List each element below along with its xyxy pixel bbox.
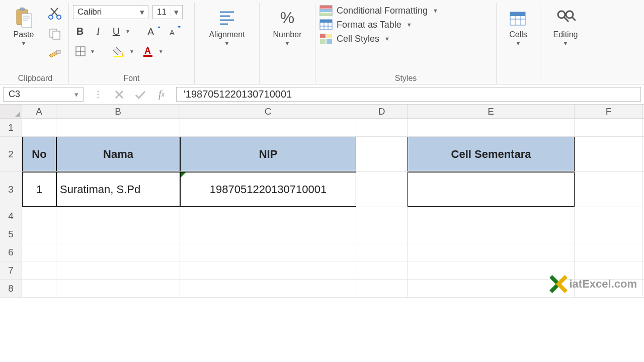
row-header-5[interactable]: 5 (0, 225, 22, 243)
borders-button[interactable]: ▼ (73, 43, 97, 59)
cell-C8[interactable] (180, 280, 356, 297)
cell-B6[interactable] (56, 243, 180, 261)
number-button[interactable]: % Number ▼ (264, 5, 311, 46)
row-header-1[interactable]: 1 (0, 119, 22, 136)
dropdown-icon[interactable]: ▾ (70, 90, 83, 99)
cell-A8[interactable] (22, 280, 56, 297)
cell-F3[interactable] (575, 172, 643, 207)
underline-button[interactable]: U ▼ (109, 23, 132, 39)
cell-E1[interactable] (408, 119, 575, 136)
dropdown-icon[interactable]: ▼ (407, 22, 412, 28)
dropdown-icon[interactable]: ▼ (88, 49, 97, 54)
increase-font-button[interactable]: A (144, 23, 163, 39)
dropdown-icon[interactable]: ▼ (123, 29, 132, 34)
insert-function-button[interactable]: fx (154, 87, 169, 102)
cell-E5[interactable] (408, 225, 575, 243)
cell-A5[interactable] (22, 225, 56, 243)
select-all-button[interactable] (0, 105, 22, 118)
cell-C3[interactable]: 198705122013071­0001 (180, 172, 356, 207)
cell-E2[interactable]: Cell Sementara (408, 137, 575, 171)
dropdown-icon[interactable]: ▼ (21, 40, 27, 46)
conditional-formatting-button[interactable]: Conditional Formatting ▼ (319, 5, 438, 16)
cell-D2[interactable] (356, 137, 408, 171)
cancel-button[interactable] (112, 87, 127, 102)
dropdown-icon[interactable]: ▼ (433, 8, 438, 14)
row-header-3[interactable]: 3 (0, 172, 22, 207)
font-name-combo[interactable]: Calibri ▾ (73, 5, 148, 19)
cell-A2[interactable]: No (22, 137, 56, 171)
cell-B7[interactable] (56, 261, 180, 279)
decrease-font-button[interactable]: A (167, 23, 184, 39)
row-header-4[interactable]: 4 (0, 207, 22, 225)
cell-B8[interactable] (56, 280, 180, 297)
row-header-8[interactable]: 8 (0, 280, 22, 297)
dropdown-icon[interactable]: ▼ (224, 40, 230, 46)
cut-button[interactable] (45, 5, 64, 21)
cells-button[interactable]: Cells ▼ (501, 5, 536, 46)
cell-E6[interactable] (408, 243, 575, 261)
cell-D4[interactable] (356, 207, 408, 225)
col-header-C[interactable]: C (180, 105, 356, 118)
alignment-button[interactable]: Alignment ▼ (199, 5, 255, 46)
cell-D1[interactable] (356, 119, 408, 136)
cell-D5[interactable] (356, 225, 408, 243)
cell-C6[interactable] (180, 243, 356, 261)
error-indicator-icon[interactable] (181, 172, 186, 177)
row-header-2[interactable]: 2 (0, 137, 22, 171)
italic-button[interactable]: I (91, 23, 105, 39)
dropdown-icon[interactable]: ▼ (516, 40, 521, 46)
cell-F5[interactable] (575, 225, 643, 243)
dropdown-icon[interactable]: ▾ (171, 7, 182, 18)
fill-color-button[interactable]: ▼ (110, 43, 136, 59)
dropdown-icon[interactable]: ▼ (384, 36, 390, 42)
font-size-combo[interactable]: 11 ▾ (152, 5, 183, 19)
cell-B5[interactable] (56, 225, 180, 243)
row-header-6[interactable]: 6 (0, 243, 22, 261)
cell-A6[interactable] (22, 243, 56, 261)
name-box[interactable]: C3 ▾ (3, 87, 84, 102)
cell-A1[interactable] (22, 119, 56, 136)
col-header-A[interactable]: A (22, 105, 56, 118)
bold-button[interactable]: B (73, 23, 87, 39)
cell-C1[interactable] (180, 119, 356, 136)
editing-button[interactable]: Editing ▼ (544, 5, 587, 46)
cell-D6[interactable] (356, 243, 408, 261)
format-painter-button[interactable] (45, 47, 64, 63)
paste-button[interactable]: Paste ▼ (6, 5, 41, 46)
dropdown-icon[interactable]: ▼ (285, 40, 290, 46)
font-color-button[interactable]: A ▼ (140, 43, 166, 59)
col-header-B[interactable]: B (56, 105, 180, 118)
enter-button[interactable] (133, 87, 148, 102)
cell-D7[interactable] (356, 261, 408, 279)
cell-C4[interactable] (180, 207, 356, 225)
cell-A4[interactable] (22, 207, 56, 225)
col-header-D[interactable]: D (356, 105, 408, 118)
dropdown-icon[interactable]: ▼ (156, 49, 166, 54)
cell-A3[interactable]: 1 (22, 172, 56, 207)
col-header-F[interactable]: F (575, 105, 643, 118)
cell-F1[interactable] (575, 119, 643, 136)
cell-A7[interactable] (22, 261, 56, 279)
row-header-7[interactable]: 7 (0, 261, 22, 279)
cell-B4[interactable] (56, 207, 180, 225)
cell-C7[interactable] (180, 261, 356, 279)
cell-D3[interactable] (356, 172, 408, 207)
cell-styles-button[interactable]: Cell Styles ▼ (319, 33, 438, 44)
cell-B1[interactable] (56, 119, 180, 136)
cell-F4[interactable] (575, 207, 643, 225)
col-header-E[interactable]: E (408, 105, 575, 118)
cell-F6[interactable] (575, 243, 643, 261)
copy-button[interactable] (45, 26, 64, 42)
format-as-table-button[interactable]: Format as Table ▼ (319, 19, 438, 30)
cell-B2[interactable]: Nama (56, 137, 180, 171)
dropdown-icon[interactable]: ▼ (563, 40, 569, 46)
dropdown-icon[interactable]: ▾ (136, 7, 148, 18)
formula-input[interactable]: '198705122013071­0001 (176, 87, 641, 102)
cell-F2[interactable] (575, 137, 643, 171)
cell-D8[interactable] (356, 280, 408, 297)
cell-B3[interactable]: Suratiman, S.Pd (56, 172, 180, 207)
cell-C5[interactable] (180, 225, 356, 243)
cell-E3[interactable] (408, 172, 575, 207)
cell-C2[interactable]: NIP (180, 137, 356, 171)
cell-E4[interactable] (408, 207, 575, 225)
